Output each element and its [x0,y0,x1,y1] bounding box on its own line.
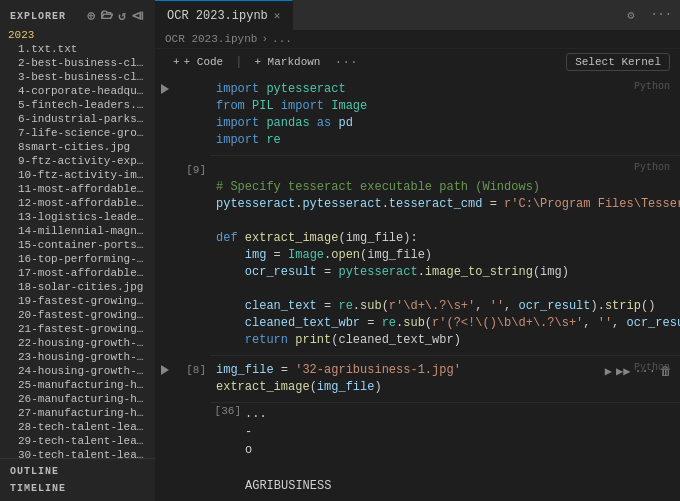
tab-close-icon[interactable]: ✕ [274,9,281,22]
code-line: from PIL import Image [216,98,674,115]
sidebar-file[interactable]: 28-tech-talent-leaders-under50k.jpg [0,420,155,434]
code-line [216,162,680,179]
cell-gutter-2: [9] [175,158,210,353]
timeline-section-title: TIMELINE [0,480,155,497]
sidebar-file[interactable]: 22-housing-growth-small.jpg [0,336,155,350]
sidebar-file[interactable]: 14-millennial-magnets.jpg [0,224,155,238]
sidebar-file[interactable]: 15-container-ports-by-teu.jpg [0,238,155,252]
sidebar-file[interactable]: 26-manufacturing-hubs-midsized.jpg [0,392,155,406]
sidebar-file[interactable]: 3-best-business-climate-small.jpg [0,70,155,84]
sidebar-file[interactable]: 23-housing-growth-midsized.jpg [0,350,155,364]
cell-body-extract: # Specify tesseract executable path (Win… [210,158,680,353]
cell-run-btn-2[interactable] [155,158,175,353]
cell-run-btn-1[interactable] [155,77,175,153]
sidebar-file[interactable]: 7-life-science-growth.jpg [0,126,155,140]
ellipsis-icon[interactable]: ··· [642,8,680,22]
cell-run-btn-3[interactable] [155,358,175,400]
output-line: - [245,423,680,441]
cell-index-3: [8] [186,364,206,376]
refresh-icon[interactable]: ↺ [118,8,127,24]
sidebar-bottom: OUTLINE TIMELINE [0,458,155,501]
sidebar-file[interactable]: 9-ftz-activity-exports.jpg [0,154,155,168]
breadcrumb-file: OCR 2023.ipynb [165,33,257,45]
cell-gutter-1 [175,77,210,153]
sidebar-file[interactable]: 6-industrial-parks.jpg [0,112,155,126]
cell-extract-fn: [9] # Specify tesseract executable path … [155,158,680,353]
sidebar-file[interactable]: 21-fastest-growing-counties.jpg [0,322,155,336]
divider-2 [210,355,680,356]
sidebar-file[interactable]: 12-most-affordable-midsized.jpg [0,196,155,210]
gear-icon[interactable]: ⚙ [619,8,642,23]
run-triangle-3[interactable] [161,365,169,375]
cell-label-3: Python [634,362,670,373]
output-line [245,459,680,477]
sidebar-file[interactable]: 16-top-performing-container-ports.jpg [0,252,155,266]
cell-label-1: Python [634,81,670,92]
toolbar-more-icon[interactable]: ··· [330,55,361,70]
sidebar-file[interactable]: 5-fintech-leaders.jpg [0,98,155,112]
code-line: clean_text = re.sub(r'\d+\.?\s+', '', oc… [216,298,680,315]
add-code-button[interactable]: + + Code [165,54,231,70]
sidebar-file[interactable]: 4-corporate-headquarters.jpg [0,84,155,98]
sidebar-file[interactable]: 20-fastest-growing-metros.jpg [0,308,155,322]
cell-output: [36] ... - o AGRIBUSINESS Los Angeles Co… [155,403,680,501]
breadcrumb-sep: › [261,33,268,45]
sidebar-file[interactable]: 30-tech-talent-leaders-over125k.jpg [0,448,155,458]
sidebar-file[interactable]: 27-manufacturing-hubs-large.jpg [0,406,155,420]
toolbar-sep: | [235,55,242,69]
divider-1 [210,155,680,156]
sidebar-file[interactable]: 8smart-cities.jpg [0,140,155,154]
outline-section-title: OUTLINE [0,463,155,480]
run-triangle-1[interactable] [161,84,169,94]
sidebar-file[interactable]: 2-best-business-climate-midsized.jpg [0,56,155,70]
cell-gutter-3: [8] [175,358,210,400]
code-line: import re [216,132,674,149]
notebook-content[interactable]: import pytesseract from PIL import Image… [155,75,680,501]
sidebar-file[interactable]: 25-manufacturing-hubs-small.jpg [0,378,155,392]
code-line: ocr_result = pytesseract.image_to_string… [216,264,680,281]
sidebar-file[interactable]: 11-most-affordable-small.jpg [0,182,155,196]
code-line: return print(cleaned_text_wbr) [216,332,680,349]
sidebar-file[interactable]: 18-solar-cities.jpg [0,280,155,294]
sidebar-file[interactable]: 17-most-affordable-cities.jpg [0,266,155,280]
sidebar-files-list[interactable]: 2023 1.txt.txt2-best-business-climate-mi… [0,28,155,458]
cell-call: [8] img_file = '32-agribusiness-1.jpg' e… [155,358,680,400]
code-line: # Specify tesseract executable path (Win… [216,179,680,196]
new-folder-icon[interactable]: 🗁 [100,8,114,24]
run-above-icon[interactable]: ▶ [605,364,612,379]
select-kernel-label: Select Kernel [575,56,661,68]
notebook-toolbar: + + Code | + Markdown ··· Select Kernel [155,49,680,75]
code-line: pytesseract.pytesseract.tesseract_cmd = … [216,196,680,213]
sidebar: EXPLORER ⊕ 🗁 ↺ ⧏ 2023 1.txt.txt2-best-bu… [0,0,155,501]
sidebar-file[interactable]: 13-logistics-leaders.jpg [0,210,155,224]
code-line: import pytesseract [216,81,674,98]
tab-ocr-2023[interactable]: OCR 2023.ipynb ✕ [155,0,293,30]
code-line: import pandas as pd [216,115,674,132]
sidebar-file[interactable]: 19-fastest-growing-cities.jpg [0,294,155,308]
add-markdown-label: + Markdown [254,56,320,68]
plus-icon: + [173,56,180,68]
cell-label-2: Python [634,162,670,173]
sidebar-file[interactable]: 1.txt.txt [0,42,155,56]
cell-index-2: [9] [186,164,206,176]
output-line: AGRIBUSINESS [245,477,680,495]
code-line: def extract_image(img_file): [216,230,680,247]
sidebar-file[interactable]: 24-housing-growth-large.jpg [0,364,155,378]
breadcrumb-section: ... [272,33,292,45]
sidebar-file[interactable]: 10-ftz-activity-imports.jpg [0,168,155,182]
cell-imports: import pytesseract from PIL import Image… [155,77,680,153]
sidebar-file[interactable]: 29-tech-talent-leaders-50k-125k.jpg [0,434,155,448]
sidebar-folder[interactable]: 2023 [0,28,155,42]
add-code-label: + Code [184,56,224,68]
run-all-icon[interactable]: ▶▶ [616,364,630,379]
add-markdown-button[interactable]: + Markdown [246,54,328,70]
new-file-icon[interactable]: ⊕ [87,8,96,24]
output-content: ... - o AGRIBUSINESS Los Angeles County,… [245,405,680,501]
tab-label: OCR 2023.ipynb [167,9,268,23]
breadcrumb: OCR 2023.ipynb › ... [155,30,680,49]
select-kernel-button[interactable]: Select Kernel [566,53,670,71]
output-line: o [245,441,680,459]
code-line [216,281,680,298]
collapse-icon[interactable]: ⧏ [131,8,145,24]
code-line: img = Image.open(img_file) [216,247,680,264]
